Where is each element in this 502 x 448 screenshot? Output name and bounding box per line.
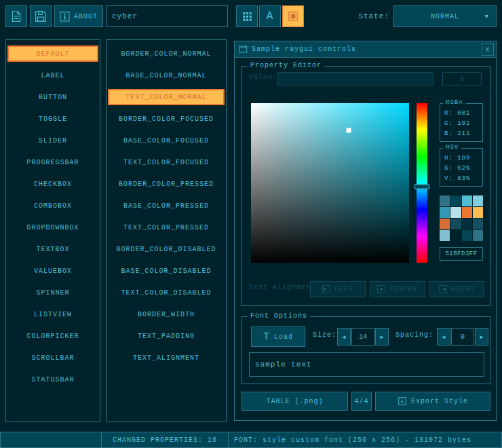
properties-list-item[interactable]: BASE_COLOR_NORMAL [108, 67, 225, 83]
state-dropdown[interactable]: NORMAL ▼ [393, 5, 497, 27]
sample-text-input[interactable]: sample text [249, 352, 484, 377]
font-options-title: Font Options [248, 312, 310, 320]
properties-list-item[interactable]: TEXT_COLOR_FOCUSED [108, 154, 225, 170]
controls-list-item[interactable]: TEXTBOX [7, 241, 98, 257]
properties-list-item[interactable]: TEXT_COLOR_PRESSED [108, 219, 225, 236]
palette-color-cell[interactable] [473, 230, 483, 241]
export-style-button[interactable]: Export Style [375, 392, 490, 411]
font-a-icon: A [267, 10, 274, 22]
window-icon [239, 45, 248, 54]
value-label: Value: [249, 73, 277, 81]
style-name-input[interactable] [106, 5, 228, 27]
align-right-icon [439, 285, 447, 293]
palette-color-cell[interactable] [440, 219, 450, 229]
palette-color-cell[interactable] [440, 230, 450, 241]
font-options-group: Font Options T Load Size: ◀ 14 ▶ Spacing… [242, 316, 490, 384]
rgba-title: RGBA [443, 99, 466, 106]
palette-color-cell[interactable] [440, 207, 450, 218]
state-dropdown-value: NORMAL [431, 13, 459, 20]
info-icon [60, 12, 70, 22]
align-left-button[interactable]: LEFT [310, 281, 366, 297]
export-icon [398, 396, 407, 406]
properties-list-item[interactable]: TEXT_PADDING [108, 328, 225, 344]
spinner-left-arrow-icon: ◀ [343, 334, 346, 340]
properties-list-item[interactable]: BORDER_COLOR_DISABLED [108, 241, 225, 257]
controls-list-item[interactable]: COMBOBOX [7, 198, 98, 214]
palette-color-cell[interactable] [473, 207, 483, 218]
size-decrement-button[interactable]: ◀ [337, 328, 351, 346]
palette-color-cell[interactable] [450, 230, 461, 241]
color-sv-panel[interactable] [251, 103, 409, 263]
font-spacing-label: Spacing: [395, 331, 433, 339]
controls-list-item[interactable]: DEFAULT [7, 45, 98, 62]
sample-controls-window: Sample raygui controls x Property Editor… [234, 41, 497, 421]
properties-list-item[interactable]: TEXT_ALIGNMENT [108, 350, 225, 366]
properties-list-item[interactable]: TEXT_COLOR_DISABLED [108, 284, 225, 301]
palette-color-cell[interactable] [462, 195, 472, 206]
statusbar-left [0, 432, 102, 448]
rgba-row: B: 211 [440, 129, 482, 139]
palette-color-cell[interactable] [462, 219, 472, 229]
palette-color-cell[interactable] [450, 195, 461, 206]
controls-list-item[interactable]: DROPDOWNBOX [7, 219, 98, 236]
page-indicator-box: 4/4 [351, 392, 372, 411]
size-increment-button[interactable]: ▶ [375, 328, 389, 346]
window-titlebar: Sample raygui controls x [235, 41, 496, 58]
properties-list-item[interactable]: BORDER_WIDTH [108, 306, 225, 322]
spacing-increment-button[interactable]: ▶ [475, 328, 488, 346]
align-right-button[interactable]: RIGHT [429, 281, 484, 297]
controls-list-item[interactable]: STATUSBAR [7, 371, 98, 388]
controls-list-item[interactable]: CHECKBOX [7, 176, 98, 192]
hue-slider-handle[interactable] [414, 185, 429, 189]
controls-list-item[interactable]: COLORPICKER [7, 328, 98, 344]
controls-list-item[interactable]: VALUEBOX [7, 263, 98, 279]
controls-list-item[interactable]: LISTVIEW [7, 306, 98, 322]
palette-color-cell[interactable] [462, 230, 472, 241]
properties-list-item[interactable]: BASE_COLOR_FOCUSED [108, 132, 225, 149]
palette-color-cell[interactable] [473, 195, 483, 206]
palette-color-cell[interactable] [473, 219, 483, 229]
palette-color-cell[interactable] [450, 207, 461, 218]
font-spacing-spinner: ◀ 0 ▶ [437, 328, 488, 346]
controls-list-item[interactable]: BUTTON [7, 89, 98, 105]
value-input[interactable] [277, 72, 433, 86]
save-style-button[interactable] [30, 5, 52, 27]
controls-list-item[interactable]: SLIDER [7, 132, 98, 149]
palette-color-cell[interactable] [450, 219, 461, 229]
align-center-button[interactable]: CENTER [370, 281, 425, 297]
rgba-row: R: 081 [440, 109, 482, 119]
controls-list-item[interactable]: PROGRESSBAR [7, 154, 98, 170]
state-label: State: [339, 5, 389, 27]
color-mode-button[interactable] [282, 5, 304, 27]
properties-list-item[interactable]: BORDER_COLOR_PRESSED [108, 176, 225, 192]
load-style-button[interactable] [5, 5, 27, 27]
rgba-row: G: 191 [440, 119, 482, 129]
style-table-button[interactable] [236, 5, 258, 27]
controls-list-item[interactable]: LABEL [7, 67, 98, 83]
rgba-group: RGBA R: 081G: 191B: 211 [440, 103, 483, 142]
palette-color-cell[interactable] [440, 195, 450, 206]
properties-list-item[interactable]: TEXT_COLOR_NORMAL [108, 89, 225, 105]
properties-list-item[interactable]: BASE_COLOR_DISABLED [108, 263, 225, 279]
spacing-decrement-button[interactable]: ◀ [437, 328, 450, 346]
close-icon: x [485, 46, 490, 54]
properties-list-item[interactable]: BORDER_COLOR_FOCUSED [108, 111, 225, 127]
sv-marker[interactable] [347, 128, 351, 132]
about-button[interactable]: ABOUT [54, 5, 103, 27]
table-png-button[interactable]: TABLE (.png) [242, 392, 348, 411]
spinner-right-arrow-icon: ▶ [480, 334, 484, 340]
font-load-button[interactable]: T Load [251, 326, 305, 347]
properties-list-item[interactable]: BORDER_COLOR_NORMAL [108, 45, 225, 62]
font-atlas-button[interactable]: A [259, 5, 281, 27]
window-close-button[interactable]: x [482, 43, 494, 56]
controls-list-item[interactable]: SPINNER [7, 284, 98, 301]
hex-color-box[interactable]: 51BFD3FF [440, 247, 483, 261]
properties-list-item[interactable]: BASE_COLOR_PRESSED [108, 198, 225, 214]
property-editor-group: Property Editor Value: 0 RGBA R: 081G: 1… [242, 66, 490, 306]
controls-list-item[interactable]: TOGGLE [7, 111, 98, 127]
palette-color-cell[interactable] [462, 207, 472, 218]
controls-list-item[interactable]: SCROLLBAR [7, 350, 98, 366]
spacing-value-box[interactable]: 0 [451, 328, 474, 346]
hue-bar[interactable] [417, 103, 427, 263]
size-value-box[interactable]: 14 [351, 328, 374, 346]
